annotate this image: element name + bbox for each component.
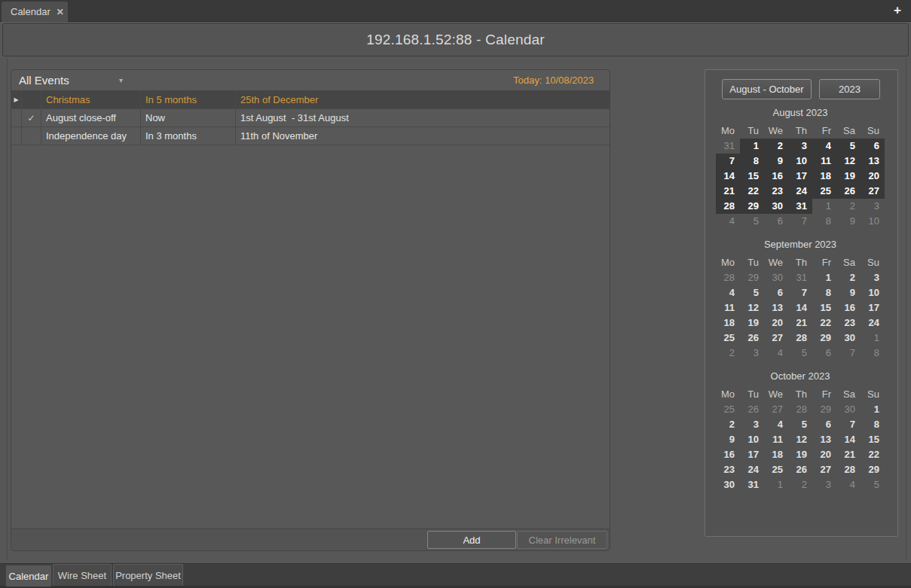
day-cell[interactable]: 6 xyxy=(812,417,836,432)
day-cell[interactable]: 27 xyxy=(764,331,788,346)
day-cell[interactable]: 15 xyxy=(740,169,764,184)
day-cell[interactable]: 28 xyxy=(788,331,812,346)
day-cell[interactable]: 17 xyxy=(861,300,885,315)
day-cell[interactable]: 9 xyxy=(836,285,861,300)
clear-irrelevant-button[interactable]: Clear Irrelevant xyxy=(517,531,607,549)
day-cell[interactable]: 1 xyxy=(861,402,885,417)
day-cell[interactable]: 28 xyxy=(788,402,812,417)
day-cell[interactable]: 30 xyxy=(716,477,740,492)
day-cell[interactable]: 29 xyxy=(740,199,764,214)
day-cell[interactable]: 23 xyxy=(764,184,788,199)
day-cell[interactable]: 28 xyxy=(836,462,861,477)
day-cell[interactable]: 27 xyxy=(764,402,788,417)
event-row[interactable]: ✓August close-offNow1st August - 31st Au… xyxy=(11,109,610,127)
day-cell[interactable]: 7 xyxy=(836,346,861,361)
day-cell[interactable]: 5 xyxy=(740,214,764,229)
day-cell[interactable]: 14 xyxy=(716,169,740,184)
day-cell[interactable]: 13 xyxy=(764,300,788,315)
day-cell[interactable]: 8 xyxy=(861,417,885,432)
day-cell[interactable]: 12 xyxy=(836,154,861,169)
day-cell[interactable]: 30 xyxy=(764,270,788,285)
day-cell[interactable]: 6 xyxy=(764,285,788,300)
day-cell[interactable]: 7 xyxy=(716,154,740,169)
day-cell[interactable]: 5 xyxy=(740,285,764,300)
bottom-tab-property-sheet[interactable]: Property Sheet xyxy=(113,564,183,586)
day-cell[interactable]: 1 xyxy=(812,199,836,214)
day-cell[interactable]: 30 xyxy=(764,199,788,214)
day-cell[interactable]: 29 xyxy=(812,402,836,417)
bottom-tab-wire-sheet[interactable]: Wire Sheet xyxy=(53,564,112,586)
day-cell[interactable]: 31 xyxy=(716,139,740,154)
day-cell[interactable]: 8 xyxy=(812,285,836,300)
day-cell[interactable]: 7 xyxy=(788,214,812,229)
day-cell[interactable]: 2 xyxy=(716,417,740,432)
day-cell[interactable]: 24 xyxy=(788,184,812,199)
day-cell[interactable]: 25 xyxy=(812,184,836,199)
day-cell[interactable]: 7 xyxy=(836,417,861,432)
day-cell[interactable]: 3 xyxy=(861,270,885,285)
day-cell[interactable]: 29 xyxy=(740,270,764,285)
day-cell[interactable]: 18 xyxy=(812,169,836,184)
day-cell[interactable]: 13 xyxy=(861,154,885,169)
day-cell[interactable]: 8 xyxy=(740,154,764,169)
day-cell[interactable]: 5 xyxy=(788,417,812,432)
day-cell[interactable]: 7 xyxy=(788,285,812,300)
day-cell[interactable]: 21 xyxy=(788,315,812,331)
day-cell[interactable]: 23 xyxy=(716,462,740,477)
day-cell[interactable]: 17 xyxy=(788,169,812,184)
add-button[interactable]: Add xyxy=(427,531,516,549)
day-cell[interactable]: 2 xyxy=(764,139,788,154)
day-cell[interactable]: 22 xyxy=(740,184,764,199)
add-tab-icon[interactable]: + xyxy=(889,2,906,19)
day-cell[interactable]: 18 xyxy=(716,315,740,331)
day-cell[interactable]: 4 xyxy=(764,417,788,432)
event-row[interactable]: Independence dayIn 3 months11th of Novem… xyxy=(11,127,610,145)
day-cell[interactable]: 20 xyxy=(812,447,836,462)
day-cell[interactable]: 2 xyxy=(788,477,812,492)
day-cell[interactable]: 11 xyxy=(812,154,836,169)
day-cell[interactable]: 5 xyxy=(836,139,861,154)
day-cell[interactable]: 21 xyxy=(836,447,861,462)
day-cell[interactable]: 17 xyxy=(740,447,764,462)
day-cell[interactable]: 6 xyxy=(812,346,836,361)
day-cell[interactable]: 26 xyxy=(788,462,812,477)
day-cell[interactable]: 19 xyxy=(836,169,861,184)
day-cell[interactable]: 30 xyxy=(836,402,861,417)
day-cell[interactable]: 11 xyxy=(716,300,740,315)
day-cell[interactable]: 31 xyxy=(788,199,812,214)
day-cell[interactable]: 1 xyxy=(812,270,836,285)
day-cell[interactable]: 23 xyxy=(836,315,861,331)
day-cell[interactable]: 25 xyxy=(764,462,788,477)
day-cell[interactable]: 9 xyxy=(764,154,788,169)
day-cell[interactable]: 18 xyxy=(764,447,788,462)
day-cell[interactable]: 4 xyxy=(812,139,836,154)
day-cell[interactable]: 31 xyxy=(740,477,764,492)
day-cell[interactable]: 14 xyxy=(836,432,861,447)
day-cell[interactable]: 20 xyxy=(861,169,885,184)
day-cell[interactable]: 8 xyxy=(812,214,836,229)
day-cell[interactable]: 4 xyxy=(764,346,788,361)
day-cell[interactable]: 26 xyxy=(740,331,764,346)
day-cell[interactable]: 11 xyxy=(764,432,788,447)
day-cell[interactable]: 3 xyxy=(740,417,764,432)
day-cell[interactable]: 2 xyxy=(716,346,740,361)
day-cell[interactable]: 26 xyxy=(740,402,764,417)
day-cell[interactable]: 20 xyxy=(764,315,788,331)
day-cell[interactable]: 1 xyxy=(861,331,885,346)
day-cell[interactable]: 22 xyxy=(812,315,836,331)
day-cell[interactable]: 14 xyxy=(788,300,812,315)
day-cell[interactable]: 12 xyxy=(740,300,764,315)
day-cell[interactable]: 1 xyxy=(740,139,764,154)
day-cell[interactable]: 3 xyxy=(812,477,836,492)
day-cell[interactable]: 9 xyxy=(716,432,740,447)
day-cell[interactable]: 28 xyxy=(716,270,740,285)
day-cell[interactable]: 25 xyxy=(716,402,740,417)
event-filter-dropdown[interactable]: All Events ▾ xyxy=(19,74,124,87)
day-cell[interactable]: 27 xyxy=(812,462,836,477)
day-cell[interactable]: 10 xyxy=(788,154,812,169)
day-cell[interactable]: 29 xyxy=(861,462,885,477)
month-range-button[interactable]: August - October xyxy=(722,79,812,99)
day-cell[interactable]: 25 xyxy=(716,331,740,346)
day-cell[interactable]: 16 xyxy=(764,169,788,184)
top-tab-calendar[interactable]: Calendar ✕ xyxy=(2,2,68,22)
